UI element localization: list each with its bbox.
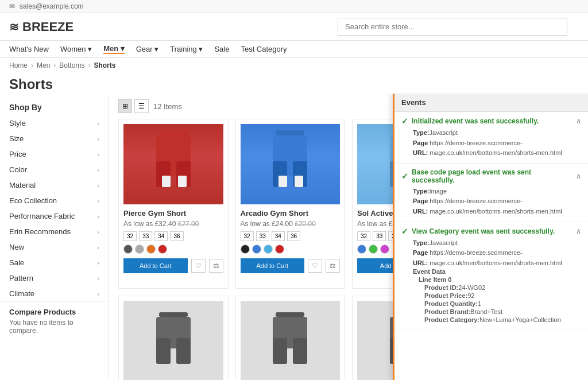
svg-rect-28 (276, 312, 304, 317)
svg-rect-31 (293, 338, 307, 364)
product-image-row2-2 (241, 301, 341, 380)
svg-rect-11 (295, 176, 303, 187)
events-overlay-panel: Events ✓ Initialized event was sent succ… (393, 94, 588, 380)
email-icon: ✉ (9, 2, 15, 10)
color-swatch[interactable] (252, 245, 261, 254)
nav-gear[interactable]: Gear ▾ (136, 45, 159, 53)
page-title: Shorts (0, 73, 588, 94)
event-item-2: ✓ Base code page load event was sent suc… (394, 164, 588, 222)
check-icon-1: ✓ (401, 117, 408, 126)
sidebar-filter-material[interactable]: Material› (0, 177, 109, 193)
sidebar-filter-size[interactable]: Size› (0, 131, 109, 146)
wishlist-button-arcadio[interactable]: ♡ (308, 259, 322, 273)
chevron-icon: › (97, 275, 99, 282)
size-options-arcadio: 32 33 34 36 (241, 231, 341, 241)
sidebar-filter-new[interactable]: New› (0, 239, 109, 255)
main-nav: What's New Women ▾ Men ▾ Gear ▾ Training… (0, 41, 588, 58)
check-icon-3: ✓ (401, 227, 408, 236)
event-title-3: ✓ View Category event was sent successfu… (401, 227, 581, 236)
sidebar-filter-climate[interactable]: Climate› (0, 286, 109, 301)
breadcrumb-bottoms[interactable]: Bottoms (59, 61, 84, 69)
size-36-arcadio[interactable]: 36 (287, 231, 300, 241)
product-name-pierce[interactable]: Pierce Gym Short (123, 209, 223, 218)
sidebar-filter-sale[interactable]: Sale› (0, 255, 109, 270)
sidebar-filter-eco-collection[interactable]: Eco Collection› (0, 193, 109, 208)
breadcrumb-men[interactable]: Men (37, 61, 50, 69)
product-actions-pierce: Add to Cart ♡ ⚖ (123, 258, 223, 273)
compare-button-pierce[interactable]: ⚖ (209, 259, 223, 273)
add-to-cart-pierce[interactable]: Add to Cart (123, 258, 188, 273)
color-swatch[interactable] (146, 245, 156, 254)
short-illustration-blue (267, 130, 313, 199)
view-toggle: ⊞ ☰ (118, 99, 149, 113)
color-swatch[interactable] (275, 245, 284, 254)
product-card-row2-2 (235, 296, 346, 380)
color-swatch[interactable] (241, 245, 250, 254)
chevron-icon: › (97, 244, 99, 251)
list-view-button[interactable]: ☰ (134, 99, 149, 113)
size-34-pierce[interactable]: 34 (154, 231, 168, 241)
compare-button-arcadio[interactable]: ⚖ (326, 259, 340, 273)
nav-women[interactable]: Women ▾ (60, 45, 92, 53)
svg-rect-26 (156, 338, 171, 364)
size-32-sol[interactable]: 32 (357, 231, 370, 241)
logo[interactable]: ≋ BREEZE (9, 20, 74, 34)
content-area: ⊞ ☰ 12 Items (109, 94, 588, 380)
product-card-row2-1 (118, 296, 229, 380)
size-32-arcadio[interactable]: 32 (241, 231, 254, 241)
grid-view-button[interactable]: ⊞ (118, 99, 132, 113)
sidebar-filter-color[interactable]: Color› (0, 162, 109, 177)
event-detail-2: Type:Image Page https://demo-breeze.scom… (413, 187, 581, 217)
event-title-text-1: Initialized event was sent successfully. (412, 117, 539, 125)
top-bar: ✉ sales@example.com (0, 0, 588, 13)
shop-by-label: Shop By (0, 99, 109, 115)
sidebar-filter-performance-fabric[interactable]: Performance Fabric› (0, 208, 109, 224)
collapse-icon-2[interactable]: ∧ (576, 172, 581, 180)
product-actions-arcadio: Add to Cart ♡ ⚖ (241, 258, 341, 273)
wishlist-button-pierce[interactable]: ♡ (191, 259, 206, 273)
breadcrumb-home[interactable]: Home (9, 61, 28, 69)
size-33-arcadio[interactable]: 33 (256, 231, 269, 241)
sidebar-filter-style[interactable]: Style› (0, 115, 109, 131)
search-input[interactable] (338, 18, 567, 36)
size-36-pierce[interactable]: 36 (170, 231, 183, 241)
svg-rect-27 (176, 338, 191, 364)
pants-illustration-1 (150, 312, 196, 370)
product-price-arcadio: As low as £24.00 £20.00 (241, 220, 341, 228)
size-34-arcadio[interactable]: 34 (272, 231, 285, 241)
nav-training[interactable]: Training ▾ (170, 45, 203, 53)
color-swatch[interactable] (264, 245, 273, 254)
collapse-icon-3[interactable]: ∧ (576, 227, 581, 235)
chevron-icon: › (97, 213, 99, 220)
color-swatch[interactable] (158, 245, 167, 254)
sidebar-filter-pattern[interactable]: Pattern› (0, 270, 109, 286)
size-32-pierce[interactable]: 32 (123, 231, 137, 241)
svg-rect-10 (278, 176, 287, 187)
color-swatch[interactable] (380, 245, 389, 254)
color-swatch[interactable] (123, 245, 133, 254)
page-wrapper: ✉ sales@example.com ≋ BREEZE What's New … (0, 0, 588, 380)
svg-rect-4 (162, 176, 171, 187)
product-name-arcadio[interactable]: Arcadio Gym Short (241, 209, 341, 218)
nav-whats-new[interactable]: What's New (9, 45, 49, 53)
event-title-1: ✓ Initialized event was sent successfull… (401, 117, 581, 126)
sidebar-filters: Style› Size› Price› Color› Material› Eco… (0, 115, 109, 302)
collapse-icon-1[interactable]: ∧ (576, 117, 581, 125)
short-illustration-red (150, 130, 196, 199)
product-card-pierce: Pierce Gym Short As low as £32.40 £27.00… (118, 119, 229, 289)
nav-sale[interactable]: Sale (214, 45, 229, 53)
nav-men[interactable]: Men ▾ (103, 44, 125, 54)
color-swatch[interactable] (135, 245, 144, 254)
search-bar (338, 18, 567, 36)
sidebar-filter-price[interactable]: Price› (0, 146, 109, 162)
color-swatch[interactable] (369, 245, 378, 254)
nav-test-category[interactable]: Test Category (241, 45, 287, 53)
breadcrumb: Home › Men › Bottoms › Shorts (0, 58, 588, 73)
size-33-pierce[interactable]: 33 (139, 231, 152, 241)
color-swatch[interactable] (357, 245, 366, 254)
sidebar-filter-erin-recommends[interactable]: Erin Recommends› (0, 224, 109, 239)
logo-icon: ≋ (9, 20, 19, 34)
size-33-sol[interactable]: 33 (373, 231, 386, 241)
add-to-cart-arcadio[interactable]: Add to Cart (241, 258, 305, 273)
event-title-text-3: View Category event was sent successfull… (412, 227, 555, 235)
